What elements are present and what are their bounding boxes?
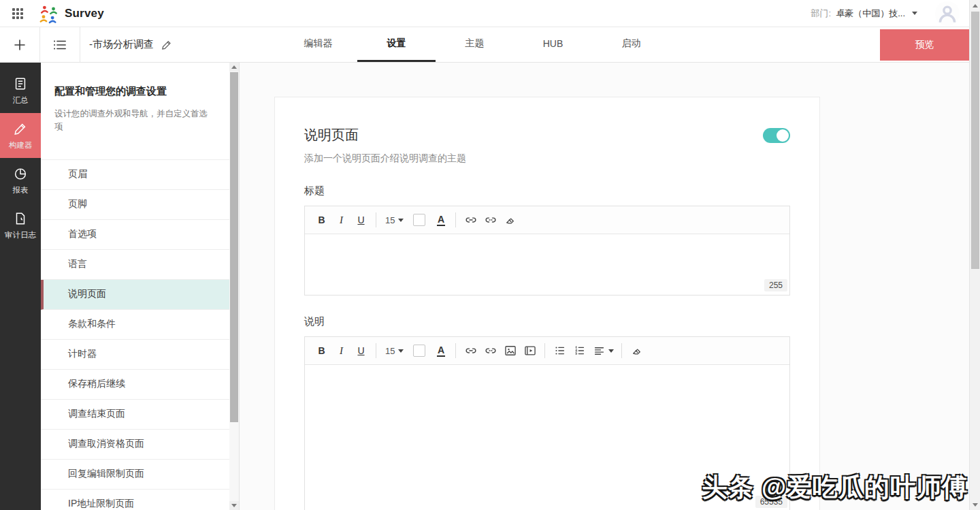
rail-label: 构建器	[9, 140, 33, 150]
text-color-button[interactable]: A	[437, 214, 445, 226]
survey-list-icon[interactable]	[40, 27, 80, 62]
text-color-button[interactable]: A	[437, 345, 445, 357]
font-size-value: 15	[385, 346, 395, 356]
font-size-select[interactable]: 15	[381, 215, 408, 225]
align-button[interactable]	[589, 341, 617, 361]
insert-image-button[interactable]	[500, 341, 520, 361]
instruction-page-card: 说明页面 添加一个说明页面介绍说明调查的主题 标题 B I U 15	[274, 97, 820, 510]
survey-title: -市场分析调查	[89, 38, 154, 51]
title-editor-input[interactable]: 255	[305, 234, 789, 295]
sidebar-item-save-continue[interactable]: 保存稍后继续	[41, 370, 239, 400]
highlight-color-button[interactable]	[413, 345, 425, 357]
user-avatar[interactable]	[935, 1, 960, 26]
remove-link-button[interactable]	[480, 210, 500, 230]
font-size-select[interactable]: 15	[381, 346, 408, 356]
survey-logo-icon[interactable]	[38, 3, 59, 24]
section-title: 说明页面	[304, 126, 359, 144]
section-subtitle: 添加一个说明页面介绍说明调查的主题	[304, 153, 790, 165]
insert-video-button[interactable]	[520, 341, 540, 361]
preview-button[interactable]: 预览	[880, 29, 969, 61]
app-window: Survey 部门: 卓豪（中国）技...	[0, 0, 980, 510]
sidebar-item-language[interactable]: 语言	[41, 250, 239, 280]
sidebar-subheading: 设计您的调查外观和导航，并自定义首选项	[54, 108, 216, 133]
sidebar-item-timer[interactable]: 计时器	[41, 340, 239, 370]
sidebar-item-disqualification-page[interactable]: 调查取消资格页面	[41, 430, 239, 460]
tab-hub[interactable]: HUB	[514, 27, 592, 62]
bold-button[interactable]: B	[312, 341, 331, 361]
underline-button[interactable]: U	[351, 210, 371, 230]
summary-doc-icon	[13, 76, 28, 91]
title-bar: -市场分析调查 编辑器 设置 主题 HUB 启动 预览	[0, 27, 980, 63]
toggle-knob	[777, 129, 789, 142]
page-scrollbar[interactable]	[969, 0, 980, 510]
sidebar-item-ip-restriction-page[interactable]: IP地址限制页面	[41, 490, 239, 510]
main-tabs: 编辑器 设置 主题 HUB 启动	[279, 27, 670, 62]
sidebar-item-terms[interactable]: 条款和条件	[41, 310, 239, 340]
tab-theme[interactable]: 主题	[436, 27, 514, 62]
tab-editor[interactable]: 编辑器	[279, 27, 357, 62]
rail-label: 审计日志	[5, 230, 36, 240]
insert-link-button[interactable]	[461, 341, 480, 361]
title-char-counter: 255	[764, 279, 787, 291]
title-rich-text-editor: B I U 15 A	[304, 206, 790, 296]
new-survey-button[interactable]	[0, 27, 40, 62]
left-nav-rail: 汇总 构建器 报表	[0, 63, 41, 510]
italic-button[interactable]: I	[331, 341, 351, 361]
edit-title-icon[interactable]	[161, 39, 172, 50]
rail-label: 汇总	[13, 95, 29, 106]
description-editor-toolbar: B I U 15 A	[305, 337, 789, 365]
description-field-label: 说明	[304, 315, 790, 328]
sidebar-item-footer[interactable]: 页脚	[41, 190, 239, 220]
scroll-down-icon[interactable]	[229, 501, 239, 510]
italic-button[interactable]: I	[331, 210, 351, 230]
department-value[interactable]: 卓豪（中国）技...	[836, 7, 905, 20]
chevron-down-icon	[398, 219, 404, 222]
sidebar-item-preferences[interactable]: 首选项	[41, 220, 239, 250]
font-size-value: 15	[385, 215, 395, 225]
scroll-up-icon[interactable]	[970, 0, 980, 11]
underline-button[interactable]: U	[351, 341, 371, 361]
sidebar-item-response-edit-limit-page[interactable]: 回复编辑限制页面	[41, 460, 239, 490]
audit-log-icon	[13, 211, 28, 226]
bold-button[interactable]: B	[312, 210, 331, 230]
sidebar-scrollbar-thumb[interactable]	[230, 72, 238, 422]
rail-item-builder[interactable]: 构建器	[0, 113, 41, 158]
sidebar-menu: 页眉 页脚 首选项 语言 说明页面 条款和条件 计时器 保存稍后继续 调查结束页…	[41, 159, 239, 510]
sidebar-heading: 配置和管理您的调查设置	[54, 85, 216, 98]
sidebar-item-survey-end-page[interactable]: 调查结束页面	[41, 400, 239, 430]
department-caret-icon[interactable]	[912, 12, 917, 15]
tab-settings[interactable]: 设置	[357, 27, 436, 62]
tab-launch[interactable]: 启动	[592, 27, 670, 62]
settings-sidebar: 配置和管理您的调查设置 设计您的调查外观和导航，并自定义首选项 页眉 页脚 首选…	[41, 63, 240, 510]
main-content: 说明页面 添加一个说明页面介绍说明调查的主题 标题 B I U 15	[240, 63, 980, 510]
chevron-down-icon	[608, 349, 614, 353]
scroll-up-icon[interactable]	[229, 63, 239, 71]
clear-format-eraser-icon[interactable]	[627, 341, 647, 361]
remove-link-button[interactable]	[480, 341, 500, 361]
rail-item-reports[interactable]: 报表	[0, 158, 41, 203]
top-header: Survey 部门: 卓豪（中国）技...	[0, 0, 980, 27]
watermark-text: 头条 @爱吃瓜的叶师傅	[702, 471, 968, 505]
insert-link-button[interactable]	[461, 210, 480, 230]
title-field-label: 标题	[304, 185, 790, 197]
rail-item-audit-log[interactable]: 审计日志	[0, 203, 41, 248]
bullet-list-button[interactable]	[550, 341, 570, 361]
clear-format-eraser-icon[interactable]	[500, 210, 520, 230]
chevron-down-icon	[398, 349, 404, 353]
department-label: 部门:	[811, 7, 832, 20]
instruction-page-toggle[interactable]	[763, 128, 790, 143]
app-name: Survey	[65, 7, 104, 20]
builder-pencil-icon	[13, 121, 28, 136]
sidebar-item-instruction-page[interactable]: 说明页面	[41, 280, 239, 310]
highlight-color-button[interactable]	[413, 214, 425, 226]
rail-item-summary[interactable]: 汇总	[0, 68, 41, 113]
sidebar-scrollbar[interactable]	[229, 63, 239, 510]
reports-pie-icon	[13, 166, 28, 181]
page-scrollbar-thumb[interactable]	[971, 12, 979, 269]
sidebar-item-header[interactable]: 页眉	[41, 160, 239, 190]
title-editor-toolbar: B I U 15 A	[305, 206, 789, 234]
numbered-list-button[interactable]	[570, 341, 589, 361]
rail-label: 报表	[13, 185, 29, 195]
scroll-down-icon[interactable]	[970, 499, 980, 510]
app-grid-icon[interactable]	[12, 8, 23, 19]
